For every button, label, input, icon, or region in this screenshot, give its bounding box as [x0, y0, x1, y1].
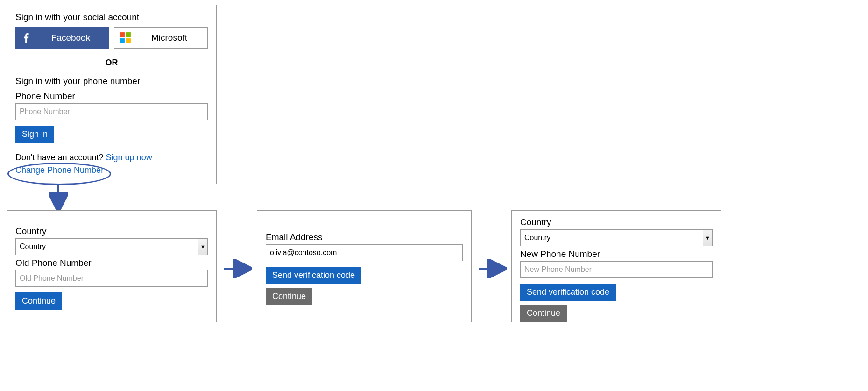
svg-rect-3: [126, 38, 131, 43]
microsoft-label: Microsoft: [136, 33, 207, 43]
signin-button[interactable]: Sign in: [15, 126, 54, 143]
email-panel: Email Address Send verification code Con…: [257, 210, 472, 322]
signup-link[interactable]: Sign up now: [106, 153, 152, 162]
send-code-button[interactable]: Send verification code: [520, 284, 616, 301]
send-code-button[interactable]: Send verification code: [266, 267, 361, 284]
or-text: OR: [100, 58, 124, 68]
new-phone-label: New Phone Number: [520, 249, 713, 259]
svg-rect-1: [126, 32, 131, 37]
old-phone-input[interactable]: [15, 270, 208, 287]
facebook-label: Facebook: [37, 33, 109, 43]
social-heading: Sign in with your social account: [15, 12, 208, 22]
flow-arrow-right-icon: [224, 259, 252, 278]
new-phone-input[interactable]: [520, 261, 713, 278]
country-select-wrap: ▼: [15, 238, 208, 255]
change-phone-link[interactable]: Change Phone Number: [15, 165, 104, 175]
microsoft-icon: [114, 27, 136, 49]
continue-button[interactable]: Continue: [15, 292, 62, 310]
flow-arrow-right-icon: [479, 259, 507, 278]
country-select[interactable]: [520, 229, 713, 246]
old-phone-label: Old Phone Number: [15, 258, 208, 268]
divider-line: [15, 63, 100, 63]
country-select[interactable]: [15, 238, 208, 255]
email-input[interactable]: [266, 244, 463, 261]
flow-arrow-down-icon: [49, 184, 68, 212]
new-phone-panel: Country ▼ New Phone Number Send verifica…: [511, 210, 721, 322]
old-phone-panel: Country ▼ Old Phone Number Continue: [7, 210, 217, 322]
continue-button[interactable]: Continue: [520, 305, 567, 322]
phone-field-label: Phone Number: [15, 91, 208, 101]
svg-rect-0: [120, 32, 125, 37]
prompt-prefix: Don't have an account?: [15, 153, 106, 162]
social-buttons-row: Facebook Microsoft: [15, 27, 208, 49]
phone-heading: Sign in with your phone number: [15, 76, 208, 86]
microsoft-button[interactable]: Microsoft: [114, 27, 208, 49]
country-label: Country: [520, 217, 713, 227]
facebook-icon: [15, 27, 37, 49]
phone-input[interactable]: [15, 103, 208, 120]
continue-button[interactable]: Continue: [266, 288, 312, 305]
country-label: Country: [15, 226, 208, 236]
country-select-wrap: ▼: [520, 229, 713, 246]
svg-rect-2: [120, 38, 125, 43]
divider-line: [124, 63, 208, 63]
signup-prompt: Don't have an account? Sign up now Chang…: [15, 151, 208, 177]
facebook-button[interactable]: Facebook: [15, 27, 109, 49]
or-divider: OR: [15, 58, 208, 68]
signin-panel: Sign in with your social account Faceboo…: [7, 5, 217, 184]
email-label: Email Address: [266, 232, 463, 242]
